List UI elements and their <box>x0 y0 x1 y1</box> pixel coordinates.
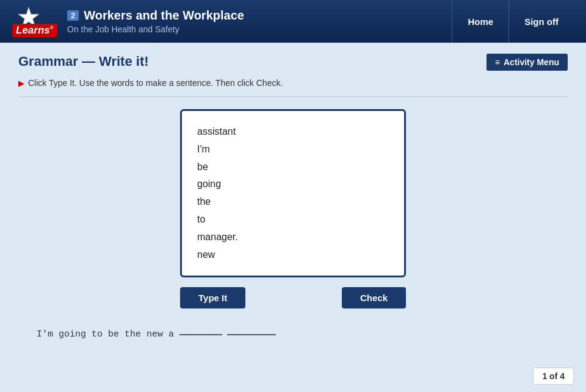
answer-text: I'm going to be the new a <box>37 329 174 340</box>
word-item: going <box>197 176 389 193</box>
page-header: Grammar — Write it! ≡ Activity Menu <box>18 54 568 71</box>
answer-area: I'm going to be the new a <box>18 323 568 346</box>
type-it-button[interactable]: Type It <box>180 287 245 308</box>
answer-blank-2 <box>227 334 276 335</box>
header-main-title: 2 Workers and the Workplace <box>67 9 452 23</box>
word-box: assistant I'm be going the to manager. n… <box>180 109 406 277</box>
instruction-text: ▶ Click Type It. Use the words to make a… <box>18 78 568 88</box>
section-title: Grammar — Write it! <box>18 54 149 69</box>
pagination: 1 of 4 <box>533 368 574 385</box>
content-area: assistant I'm be going the to manager. n… <box>18 109 568 323</box>
logo-icon: Learns® <box>12 5 55 38</box>
header-subtitle: On the Job Health and Safety <box>67 24 452 34</box>
activity-menu-icon: ≡ <box>495 57 500 67</box>
word-item: be <box>197 159 389 176</box>
activity-menu-button[interactable]: ≡ Activity Menu <box>487 54 568 71</box>
main-title-text: Workers and the Workplace <box>84 9 244 23</box>
chapter-badge: 2 <box>67 10 79 21</box>
logo-text: Learns® <box>12 24 57 37</box>
logo-area: Learns® <box>12 5 55 38</box>
check-button[interactable]: Check <box>342 287 406 308</box>
arrow-icon: ▶ <box>18 79 24 88</box>
header-title-area: 2 Workers and the Workplace On the Job H… <box>67 9 452 34</box>
answer-blank-1 <box>179 334 222 335</box>
word-item: to <box>197 211 389 229</box>
header: Learns® 2 Workers and the Workplace On t… <box>0 0 586 43</box>
sign-off-button[interactable]: Sign off <box>508 0 574 43</box>
word-item: new <box>197 246 389 264</box>
word-item: manager. <box>197 229 389 246</box>
word-item: I'm <box>197 141 389 159</box>
home-button[interactable]: Home <box>452 0 508 43</box>
word-item: assistant <box>197 123 389 141</box>
word-item: the <box>197 193 389 211</box>
header-nav: Home Sign off <box>452 0 574 43</box>
divider <box>18 96 568 97</box>
button-row: Type It Check <box>180 287 406 308</box>
activity-menu-label: Activity Menu <box>504 57 559 67</box>
main-content: Grammar — Write it! ≡ Activity Menu ▶ Cl… <box>0 43 586 392</box>
